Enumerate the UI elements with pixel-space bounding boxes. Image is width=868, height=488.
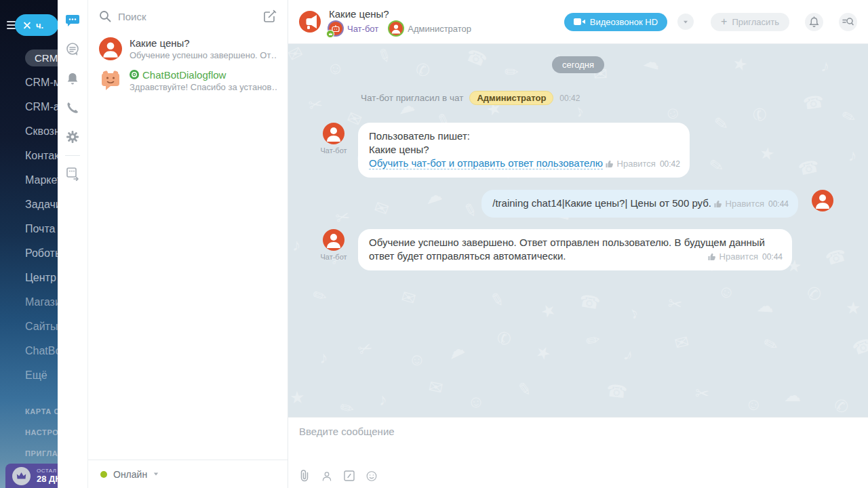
status-bar: Онлайн bbox=[88, 460, 288, 488]
chat-list: Какие цены? Обучение успешно завершено. … bbox=[88, 33, 288, 460]
settings-gear-icon[interactable] bbox=[64, 129, 81, 145]
chat-list-item-kakie-ceny[interactable]: Какие цены? Обучение успешно завершено. … bbox=[88, 33, 288, 64]
sidebar-item-crm[interactable]: CRM bbox=[0, 46, 58, 70]
sidebar-item-shop[interactable]: Магази bbox=[0, 290, 58, 314]
status-caret-icon[interactable] bbox=[154, 473, 158, 476]
chatbot-message-avatar[interactable] bbox=[323, 123, 344, 144]
sidebar-item-contacts[interactable]: Контак bbox=[0, 144, 58, 168]
search-input[interactable] bbox=[118, 11, 256, 22]
sidebar-item-mail[interactable]: Почта bbox=[0, 217, 58, 241]
invite-button[interactable]: + Пригласить bbox=[711, 13, 789, 31]
messenger-icon[interactable] bbox=[64, 12, 81, 28]
mute-notifications-button[interactable] bbox=[805, 13, 823, 31]
sidebar-item-crm-a[interactable]: CRM-а bbox=[0, 95, 58, 119]
participant-chatbot[interactable]: Чат-бот bbox=[329, 22, 378, 35]
chat-list-panel: Какие цены? Обучение успешно завершено. … bbox=[88, 0, 288, 488]
messages-scroll[interactable]: сегодня Чат-бот пригласил в чат Админист… bbox=[288, 44, 868, 417]
close-icon[interactable] bbox=[23, 22, 31, 29]
site-sidebar: ч. CRM CRM-м CRM-а Сквозн Контак Маркет … bbox=[0, 0, 58, 488]
plan-remaining-label: ОСТАЛ bbox=[37, 468, 58, 474]
chat-list-item-chatbotdialogflow[interactable]: ChatBotDialogflow Здравствуйте! Спасибо … bbox=[88, 64, 288, 96]
like-button[interactable]: Нравится bbox=[714, 197, 764, 211]
message-bubble: /training chat14|Какие цены?| Цены от 50… bbox=[481, 190, 798, 218]
telephony-phone-icon[interactable] bbox=[64, 100, 81, 116]
sidebar-item-marketing[interactable]: Маркет bbox=[0, 168, 58, 192]
online-status-dot bbox=[100, 471, 107, 478]
message-author-label: Чат-бот bbox=[320, 253, 347, 261]
thumb-up-icon bbox=[714, 200, 722, 208]
sidebar-link-settings[interactable]: НАСТРОИ bbox=[0, 422, 58, 443]
like-button[interactable]: Нравится bbox=[708, 250, 758, 264]
administrator-avatar bbox=[389, 22, 403, 35]
participant-administrator[interactable]: Администратор bbox=[389, 22, 471, 35]
sidebar-link-sitemap[interactable]: КАРТА СА bbox=[0, 401, 58, 422]
sidebar-item-chatbot[interactable]: ChatBot bbox=[0, 339, 58, 363]
chat-item-preview: Здравствуйте! Спасибо за установ… bbox=[130, 82, 277, 92]
chat-item-preview: Обучение успешно завершено. От… bbox=[130, 50, 277, 60]
search-messages-button[interactable] bbox=[839, 13, 857, 31]
messages-area: ✉✎☎✂☁★♪☺✆✏✉✎☎✂☁★♪☺✆✏✉✎☎✂☁★♪☺✆✏✉✎☎✂☁★♪☺✆✏… bbox=[288, 44, 868, 417]
like-button[interactable]: Нравится bbox=[606, 157, 656, 171]
message-time: 00:42 bbox=[660, 157, 680, 171]
search-icon bbox=[99, 10, 111, 22]
sidebar-item-robots[interactable]: Роботы bbox=[0, 241, 58, 266]
message-bubble: Пользователь пишет: Какие цены? Обучить … bbox=[358, 123, 690, 178]
message-text-line: Пользователь пишет: bbox=[369, 129, 603, 143]
sidebar-item-skvoz[interactable]: Сквозн bbox=[0, 119, 58, 144]
chat-tab-label: ч. bbox=[36, 20, 43, 30]
chatbot-message-avatar[interactable] bbox=[323, 229, 344, 251]
administrator-message-avatar[interactable] bbox=[812, 190, 833, 211]
train-chatbot-link[interactable]: Обучить чат-бот и отправить ответ пользо… bbox=[369, 157, 603, 169]
conversation-title: Какие цены? bbox=[329, 8, 471, 20]
message-input[interactable] bbox=[288, 418, 868, 457]
message-composer bbox=[288, 417, 868, 488]
participant-name: Администратор bbox=[408, 24, 471, 34]
video-call-options-button[interactable] bbox=[677, 14, 694, 30]
message-bubble: Обучение успешно завершено. Ответ отправ… bbox=[358, 229, 792, 270]
sidebar-item-more[interactable]: Ещё bbox=[0, 363, 58, 388]
chatbot-avatar bbox=[329, 22, 342, 35]
open-chat-tab[interactable]: ч. bbox=[15, 14, 58, 36]
search-lines-icon bbox=[842, 17, 854, 26]
site-menu-items: CRM CRM-м CRM-а Сквозн Контак Маркет Зад… bbox=[0, 46, 58, 388]
participant-name: Чат-бот bbox=[347, 24, 378, 34]
thumb-up-icon bbox=[606, 160, 614, 168]
bot-avatar bbox=[99, 69, 122, 92]
message-text: /training chat14|Какие цены?| Цены от 50… bbox=[492, 197, 711, 209]
mention-person-icon[interactable] bbox=[321, 470, 332, 482]
thumb-up-icon bbox=[708, 253, 716, 261]
online-status-label: Онлайн bbox=[113, 469, 147, 480]
bell-icon bbox=[809, 16, 819, 27]
messenger-app: ч. CRM CRM-м CRM-а Сквозн Контак Маркет … bbox=[0, 0, 868, 488]
quote-icon[interactable] bbox=[344, 470, 355, 482]
plan-banner[interactable]: ОСТАЛ 28 ДН bbox=[5, 464, 58, 488]
message-text-line: Какие цены? bbox=[369, 143, 603, 157]
system-message-text: Чат-бот пригласил в чат bbox=[361, 93, 463, 103]
sidebar-item-center[interactable]: Центр bbox=[0, 266, 58, 290]
video-call-button[interactable]: Видеозвонок HD bbox=[564, 13, 667, 31]
message-row-incoming: Чат-бот Пользователь пишет: Какие цены? … bbox=[318, 123, 838, 178]
conversation-avatar bbox=[299, 11, 321, 33]
video-call-label: Видеозвонок HD bbox=[590, 17, 658, 27]
conversation-header: Какие цены? Чат-бот Администратор bbox=[288, 0, 868, 44]
new-message-icon[interactable] bbox=[263, 9, 277, 23]
emoji-smiley-icon[interactable] bbox=[366, 470, 377, 482]
crown-icon bbox=[12, 467, 31, 485]
system-message-badge[interactable]: Администратор bbox=[469, 91, 553, 105]
chevron-down-icon bbox=[684, 20, 688, 23]
bot-badge-icon bbox=[326, 30, 334, 38]
open-slider-icon[interactable] bbox=[64, 165, 81, 182]
attach-file-icon[interactable] bbox=[299, 470, 310, 482]
notifications-bell-icon[interactable] bbox=[64, 70, 81, 87]
sidebar-link-invite[interactable]: ПРИГЛАС bbox=[0, 443, 58, 464]
sidebar-item-tasks[interactable]: Задачи bbox=[0, 192, 58, 217]
message-time: 00:44 bbox=[768, 197, 789, 211]
openlines-icon[interactable] bbox=[64, 41, 81, 58]
sidebar-item-crm-m[interactable]: CRM-м bbox=[0, 70, 58, 95]
chat-search-row bbox=[88, 0, 288, 33]
message-time: 00:44 bbox=[762, 250, 783, 264]
sidebar-footer-links: КАРТА СА НАСТРОИ ПРИГЛАС bbox=[0, 401, 58, 464]
video-camera-icon bbox=[574, 18, 585, 26]
chat-item-title: ChatBotDialogflow bbox=[142, 69, 226, 81]
sidebar-item-sites[interactable]: Сайты bbox=[0, 314, 58, 339]
